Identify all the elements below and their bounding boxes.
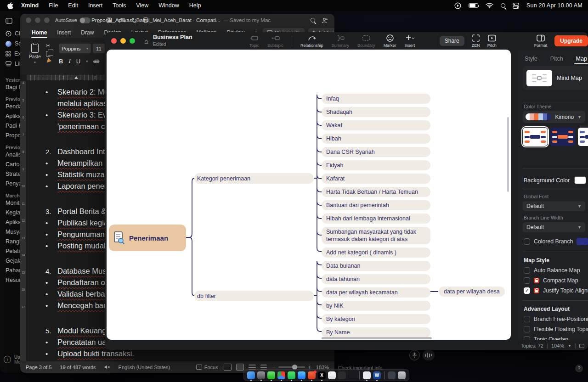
minimize-button[interactable] xyxy=(35,17,40,23)
zoom-button[interactable] xyxy=(130,38,135,44)
chat-history-item[interactable]: Bagi Has xyxy=(0,82,20,92)
strikethrough-button[interactable]: ab xyxy=(93,58,99,64)
dock-app-icon[interactable] xyxy=(384,371,384,379)
copy-icon[interactable] xyxy=(46,51,51,56)
dock-app-icon[interactable] xyxy=(267,371,275,379)
child-topic[interactable]: By Name xyxy=(322,327,430,337)
dock-app-icon[interactable] xyxy=(363,371,371,379)
share-button[interactable]: Share xyxy=(440,36,464,46)
option-checkbox[interactable] xyxy=(524,336,530,340)
window-controls[interactable] xyxy=(20,17,54,23)
menu-item[interactable]: View xyxy=(131,2,153,9)
dock-app-icon[interactable] xyxy=(338,371,346,379)
print-icon[interactable] xyxy=(143,17,148,23)
close-button[interactable] xyxy=(111,38,117,44)
chat-history-item[interactable]: Padi Ken xyxy=(0,121,20,130)
spotlight-search-icon[interactable] xyxy=(501,3,505,8)
dock-app-icon[interactable] xyxy=(328,371,336,379)
dock-app-icon[interactable] xyxy=(398,371,406,379)
apple-menu-icon[interactable] xyxy=(0,2,16,9)
advanced-layout-option[interactable]: Flexible Floating Topic xyxy=(524,324,588,334)
sidebar-item-library[interactable]: Lib xyxy=(0,59,20,69)
print-layout-button[interactable] xyxy=(236,364,244,371)
background-color-swatch[interactable] xyxy=(574,176,586,184)
menu-item[interactable]: Insert xyxy=(83,2,107,9)
ribbon-tab[interactable]: Insert xyxy=(52,27,76,39)
theme-thumbnail[interactable] xyxy=(550,128,575,146)
child-topic[interactable]: Fidyah xyxy=(322,160,430,170)
chat-history-item[interactable]: Gejala xyxy=(0,256,20,265)
toggle-switch[interactable] xyxy=(79,17,90,23)
menu-item[interactable]: Xmind xyxy=(16,2,44,9)
wifi-icon[interactable] xyxy=(486,3,493,8)
zoom-button[interactable] xyxy=(44,17,50,23)
topic-button[interactable]: Topic xyxy=(249,34,259,48)
underline-options-icon[interactable]: ▾ xyxy=(86,59,88,63)
italic-button[interactable]: I xyxy=(68,57,70,65)
child-topic[interactable]: Hibah dari lembaga internasional xyxy=(322,213,430,224)
branch-line-width-select[interactable]: Default▼ xyxy=(523,222,585,232)
global-font-select[interactable]: Default▼ xyxy=(523,201,585,211)
menu-item[interactable]: Window xyxy=(153,2,184,9)
colored-branch-row[interactable]: Colored Branch xyxy=(524,238,588,245)
dock-app-icon[interactable]: X xyxy=(318,371,326,379)
sidebar-item-chatgpt[interactable]: Cha xyxy=(0,28,20,39)
branch-color-swatch[interactable] xyxy=(577,238,588,245)
search-icon[interactable] xyxy=(311,18,315,22)
dock-app-icon[interactable] xyxy=(277,371,285,379)
chat-history-item[interactable]: Pendafta xyxy=(0,101,20,111)
canvas-vertical-scrollbar[interactable] xyxy=(507,117,509,192)
save-icon[interactable] xyxy=(107,17,112,23)
voice-mode-button[interactable] xyxy=(423,350,435,360)
chat-history-item[interactable]: Kegiatan xyxy=(0,208,20,217)
language-indicator[interactable]: English (United States) xyxy=(119,365,170,370)
indent-marker[interactable] xyxy=(74,76,78,79)
child-topic[interactable]: by NIK xyxy=(322,301,430,311)
marker-button[interactable]: Marker xyxy=(384,34,396,48)
menu-item[interactable]: Help xyxy=(184,2,206,9)
option-checkbox[interactable] xyxy=(524,316,530,322)
sidebar-item-explore[interactable]: Exp xyxy=(0,49,20,59)
word-count[interactable]: 19 of 487 words xyxy=(60,365,96,370)
insert-button[interactable]: Insert xyxy=(405,34,415,48)
chat-history-item[interactable]: Cartoon xyxy=(0,159,20,169)
chat-history-item[interactable]: Aplikasi xyxy=(0,111,20,121)
ribbon-tab[interactable]: Draw xyxy=(76,27,99,39)
screen-mirroring-icon[interactable] xyxy=(454,2,461,9)
option-checkbox[interactable] xyxy=(524,326,530,332)
branch-topic-db-filter[interactable]: db filter xyxy=(194,291,314,301)
chat-history-item[interactable]: Previous xyxy=(0,140,20,150)
theme-thumbnail[interactable] xyxy=(523,128,548,146)
child-topic[interactable]: Hibah xyxy=(322,134,430,144)
panel-tab[interactable]: Map xyxy=(570,53,588,64)
subtopic-button[interactable]: Subtopic xyxy=(267,34,283,48)
format-button[interactable]: Format xyxy=(534,34,548,48)
menu-bar-clock[interactable]: Sun 20 Apr 10.00 AM xyxy=(526,2,582,9)
child-topic[interactable]: Infaq xyxy=(322,94,430,104)
format-painter-icon[interactable] xyxy=(45,58,51,64)
child-topic[interactable]: Bantuan dari pemerintah xyxy=(322,200,430,210)
child-topic[interactable]: Shadaqah xyxy=(322,107,430,117)
colored-branch-checkbox[interactable] xyxy=(524,238,530,245)
chat-history-item[interactable]: Resume xyxy=(0,275,20,285)
pitch-button[interactable]: Pitch xyxy=(487,34,497,48)
menu-item[interactable]: Edit xyxy=(63,2,83,9)
chat-history-item[interactable]: March xyxy=(0,188,20,198)
chat-history-item[interactable]: Strategi xyxy=(0,169,20,179)
panel-tab[interactable]: Pitch xyxy=(544,53,570,64)
minimap-icon[interactable] xyxy=(579,344,584,348)
dictate-button[interactable] xyxy=(409,350,420,360)
option-checkbox[interactable]: ✓ xyxy=(524,277,530,284)
ribbon-tab[interactable]: Home xyxy=(27,27,52,39)
map-style-option[interactable]: ✓ Justify Topic Alignment xyxy=(524,286,588,296)
window-controls[interactable] xyxy=(105,38,141,44)
battery-icon[interactable] xyxy=(469,3,478,8)
chat-history-item[interactable]: Aplikasi xyxy=(0,217,20,227)
color-theme-select[interactable]: Kimono ▼ xyxy=(523,111,585,123)
map-style-option[interactable]: ✓ Auto Balance Map xyxy=(524,265,588,275)
menu-item[interactable]: Tools xyxy=(107,2,131,9)
mindmap-canvas[interactable]: Penerimaan Kategori penerimaan db filter… xyxy=(107,50,511,340)
autosave-toggle[interactable]: AutoSave xyxy=(55,17,90,23)
central-topic[interactable]: Penerimaan xyxy=(109,225,186,251)
background-color-row[interactable]: Background Color xyxy=(524,176,586,184)
